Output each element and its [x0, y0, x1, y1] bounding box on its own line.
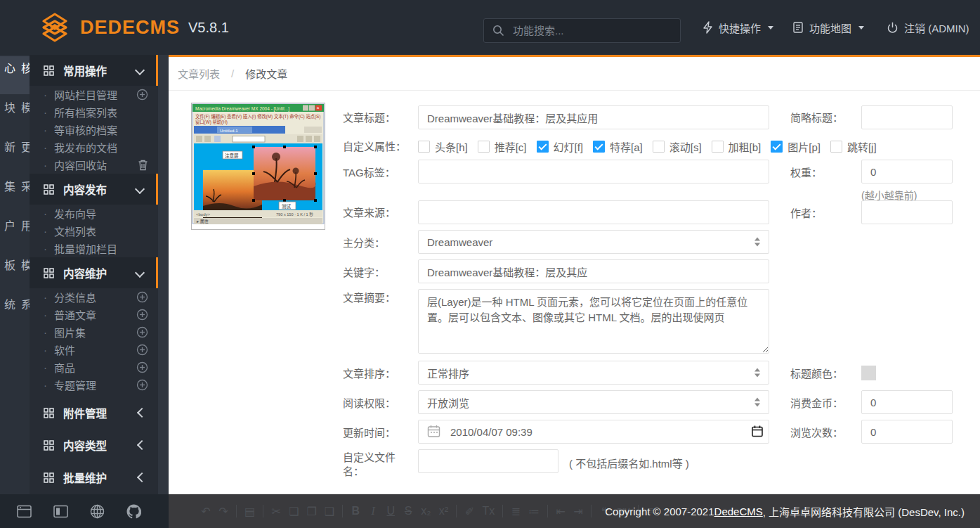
- editor-toolbar-icon[interactable]: U: [386, 505, 396, 517]
- attribute-checkbox[interactable]: 推荐[c]: [478, 139, 527, 154]
- sidebar-menu-row[interactable]: 批量维护: [30, 464, 158, 491]
- editor-toolbar-icon[interactable]: [502, 505, 503, 517]
- editor-toolbar-icon[interactable]: Tx: [482, 505, 495, 517]
- add-icon[interactable]: [136, 379, 148, 391]
- editor-toolbar-icon[interactable]: [547, 505, 548, 517]
- source-input[interactable]: [418, 200, 769, 224]
- summary-textarea[interactable]: 层(Layer)是一种 HTML 页面元素，您可以将它定位在页面上的任意位置。层…: [418, 289, 769, 354]
- attribute-checkbox[interactable]: 特荐[a]: [593, 139, 643, 154]
- checkbox-label: 加粗[b]: [729, 139, 762, 154]
- sidebar-menu-row[interactable]: 内容发布: [30, 174, 158, 205]
- module-rail-tab[interactable]: 系统: [0, 292, 34, 330]
- globe-icon[interactable]: [90, 504, 105, 519]
- sidebar-menu-row[interactable]: · 软件: [30, 341, 158, 359]
- editor-toolbar-icon[interactable]: S: [403, 505, 413, 517]
- sidebar-menu-row[interactable]: · 等审核的档案: [30, 121, 158, 139]
- sidebar-menu-row[interactable]: 内容类型: [30, 432, 158, 458]
- add-icon[interactable]: [136, 89, 148, 101]
- views-input[interactable]: [861, 420, 953, 444]
- editor-toolbar-icon[interactable]: ❐: [306, 505, 316, 518]
- title-color-swatch[interactable]: [861, 366, 876, 380]
- module-rail-tab[interactable]: 用户: [0, 214, 34, 252]
- editor-toolbar-icon[interactable]: ≣: [511, 505, 521, 518]
- sidebar-menu-row[interactable]: · 普通文章: [30, 306, 158, 323]
- title-input[interactable]: [418, 105, 769, 129]
- breadcrumb: 文章列表 / 修改文章: [178, 57, 287, 90]
- editor-toolbar-icon[interactable]: x₂: [421, 505, 431, 517]
- attribute-checkbox[interactable]: 头条[h]: [418, 139, 468, 154]
- add-icon[interactable]: [136, 291, 148, 303]
- category-select[interactable]: Dreamweaver: [418, 230, 769, 254]
- sidebar-menu-row[interactable]: · 分类信息: [30, 288, 158, 306]
- attribute-checkbox[interactable]: 图片[p]: [771, 139, 821, 154]
- update-time-input[interactable]: 2010/04/07 09:39: [418, 420, 769, 444]
- editor-toolbar-icon[interactable]: ❏: [289, 505, 299, 518]
- sidebar-menu-row[interactable]: 常用操作: [30, 55, 158, 86]
- short-title-input[interactable]: [861, 105, 953, 129]
- trash-icon[interactable]: [138, 159, 148, 171]
- sidebar-menu-row[interactable]: · 我发布的文档: [30, 139, 158, 156]
- attribute-checkbox[interactable]: 跳转[j]: [830, 139, 877, 154]
- editor-toolbar-icon[interactable]: ✂: [271, 505, 281, 518]
- add-icon[interactable]: [136, 361, 148, 373]
- calendar-picker-icon[interactable]: [752, 425, 763, 437]
- search-input[interactable]: [511, 24, 672, 37]
- dedecms-logo[interactable]: DEDECMS V5.8.1: [39, 12, 229, 43]
- sidebar-menu-row[interactable]: 附件管理: [30, 399, 158, 426]
- sidebar-menu-row[interactable]: 内容维护: [30, 257, 158, 288]
- sidebar-menu-row[interactable]: · 内容回收站: [30, 156, 158, 174]
- editor-toolbar-icon[interactable]: ⇥: [573, 505, 583, 518]
- layout-columns-icon[interactable]: [53, 505, 68, 518]
- browser-window-icon[interactable]: [17, 505, 32, 518]
- sidebar-menu-row[interactable]: · 专题管理: [30, 376, 158, 394]
- module-rail-tab[interactable]: 采集: [0, 174, 34, 212]
- function-search-box[interactable]: [483, 18, 681, 43]
- editor-toolbar-icon[interactable]: [263, 505, 263, 517]
- editor-toolbar-icon[interactable]: ✐: [464, 505, 474, 518]
- sidebar-menu-row[interactable]: · 批量增加栏目: [30, 240, 158, 257]
- filename-input[interactable]: [418, 449, 558, 473]
- breadcrumb-article-list[interactable]: 文章列表: [178, 66, 220, 81]
- logout-button[interactable]: 注销 (ADMIN): [887, 0, 969, 55]
- attribute-checkbox[interactable]: 加粗[b]: [712, 139, 762, 154]
- feature-map-menu[interactable]: 功能地图: [792, 0, 864, 55]
- sidebar-menu-row[interactable]: · 文档列表: [30, 222, 158, 240]
- editor-toolbar-icon[interactable]: ≔: [528, 505, 540, 518]
- add-icon[interactable]: [136, 326, 148, 338]
- editor-toolbar-icon[interactable]: [342, 505, 343, 517]
- attribute-checkbox[interactable]: 滚动[s]: [653, 139, 702, 154]
- module-rail-tab[interactable]: 模块: [0, 96, 34, 134]
- quick-actions-menu[interactable]: 快捷操作: [703, 0, 773, 55]
- github-icon[interactable]: [126, 504, 141, 519]
- permission-select[interactable]: 开放浏览: [418, 390, 769, 414]
- tag-input[interactable]: [418, 160, 769, 183]
- editor-toolbar-icon[interactable]: ↶: [201, 505, 211, 518]
- editor-toolbar-icon[interactable]: ❑: [325, 505, 334, 518]
- module-rail-tab[interactable]: 模板: [0, 253, 34, 291]
- coin-input[interactable]: [861, 390, 953, 414]
- attribute-checkbox[interactable]: 幻灯[f]: [537, 139, 584, 154]
- editor-toolbar-icon[interactable]: I: [368, 505, 378, 517]
- editor-toolbar-icon[interactable]: [591, 505, 592, 517]
- sidebar-menu-row[interactable]: · 所有档案列表: [30, 103, 158, 121]
- editor-toolbar-icon[interactable]: [456, 505, 457, 517]
- dedecms-link[interactable]: DedeCMS: [714, 506, 763, 517]
- author-input[interactable]: [861, 200, 953, 224]
- add-icon[interactable]: [136, 309, 148, 321]
- sidebar-menu-row[interactable]: · 图片集: [30, 323, 158, 341]
- editor-toolbar-icon[interactable]: ⇤: [556, 505, 566, 518]
- weight-input[interactable]: [861, 160, 953, 183]
- sidebar-menu-row[interactable]: · 商品: [30, 359, 158, 376]
- keyword-input[interactable]: [418, 259, 769, 283]
- editor-toolbar-icon[interactable]: ↷: [218, 505, 228, 518]
- sort-select[interactable]: 正常排序: [418, 361, 769, 385]
- sidebar-menu-row[interactable]: · 网站栏目管理: [30, 86, 158, 103]
- sidebar-menu-row[interactable]: · 发布向导: [30, 205, 158, 222]
- add-icon[interactable]: [136, 344, 148, 356]
- module-rail-tab[interactable]: 更新: [0, 135, 34, 173]
- editor-toolbar-icon[interactable]: x²: [438, 505, 448, 517]
- module-rail-tab[interactable]: 核心: [0, 56, 34, 94]
- editor-toolbar-icon[interactable]: B: [351, 505, 360, 517]
- editor-toolbar-icon[interactable]: ▤: [244, 505, 255, 518]
- editor-toolbar-icon[interactable]: [236, 505, 237, 517]
